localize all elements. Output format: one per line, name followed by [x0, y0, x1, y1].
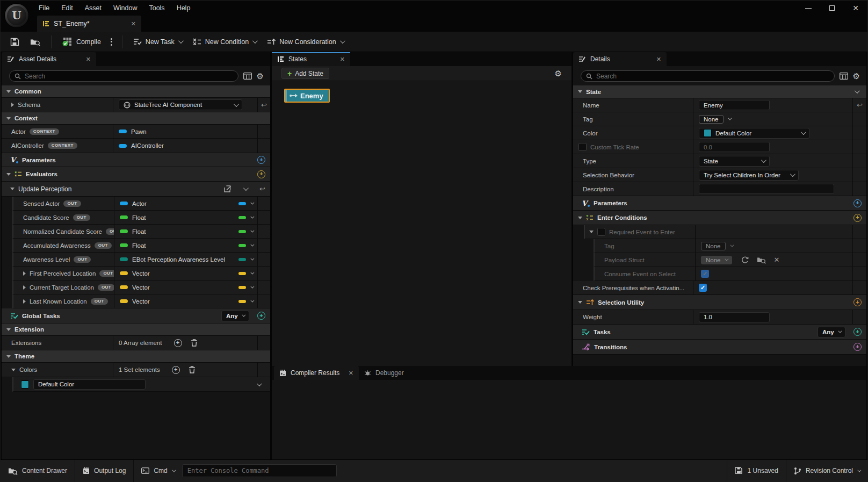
reset-to-default-icon[interactable]: ↩ — [857, 102, 863, 109]
chevron-down-icon[interactable] — [243, 185, 249, 191]
tab-states[interactable]: States ✕ — [272, 52, 350, 66]
compiler-results-tab-close-icon[interactable]: ✕ — [349, 370, 353, 376]
asset-details-tab-close-icon[interactable]: ✕ — [86, 56, 91, 62]
collapse-triangle-icon[interactable] — [6, 117, 11, 120]
asset-tab-close-icon[interactable]: ✕ — [131, 21, 136, 27]
console-command-input[interactable] — [182, 464, 337, 477]
category-row-parameters[interactable]: V Parameters — [2, 153, 270, 167]
states-tab-close-icon[interactable]: ✕ — [340, 56, 345, 62]
category-row-enter-conditions[interactable]: Enter Conditions — [573, 211, 866, 225]
collapse-triangle-icon[interactable] — [6, 90, 11, 93]
menu-edit[interactable]: Edit — [55, 1, 79, 16]
collapse-triangle-icon[interactable] — [6, 328, 11, 331]
expand-triangle-icon[interactable] — [23, 271, 26, 276]
state-node-enemy[interactable]: Enemy — [284, 89, 330, 103]
category-row-parameters[interactable]: V Parameters — [573, 196, 866, 211]
global-tasks-mode-dropdown[interactable]: Any — [221, 311, 249, 321]
tab-compiler-results[interactable]: Compiler Results ✕ — [274, 366, 359, 380]
trash-icon[interactable] — [189, 366, 196, 373]
weight-field[interactable]: 1.0 — [699, 312, 770, 322]
category-row-transitions[interactable]: Transitions — [573, 340, 866, 355]
column-settings-icon[interactable] — [243, 73, 252, 80]
payload-none-dropdown[interactable]: None — [701, 256, 732, 264]
goto-source-icon[interactable] — [224, 185, 232, 192]
states-settings-gear-icon[interactable]: ⚙ — [555, 69, 562, 77]
section-header-context[interactable]: Context — [2, 112, 270, 125]
tasks-mode-dropdown[interactable]: Any — [818, 327, 845, 337]
add-task-icon[interactable] — [853, 328, 862, 336]
chevron-down-icon[interactable] — [250, 257, 254, 261]
custom-tick-checkbox[interactable] — [578, 143, 587, 151]
section-header-extension[interactable]: Extension — [2, 323, 270, 336]
tab-details[interactable]: Details ✕ — [573, 52, 667, 66]
save-button[interactable] — [5, 32, 25, 52]
tab-asset-details[interactable]: Asset Details ✕ — [2, 52, 96, 66]
settings-gear-icon[interactable]: ⚙ — [853, 72, 860, 80]
menu-file[interactable]: File — [33, 1, 55, 16]
chevron-down-icon[interactable] — [730, 243, 734, 247]
content-drawer-button[interactable]: Content Drawer — [1, 460, 75, 482]
chevron-down-icon[interactable] — [250, 271, 254, 275]
chevron-down-icon[interactable] — [250, 215, 254, 219]
asset-tab-st-enemy[interactable]: ST_Enemy* ✕ — [37, 16, 141, 32]
column-settings-icon[interactable] — [840, 73, 848, 80]
details-search[interactable] — [581, 70, 835, 82]
use-selected-asset-icon[interactable] — [741, 256, 749, 264]
expand-triangle-icon[interactable] — [23, 285, 26, 290]
collapse-triangle-icon[interactable] — [10, 188, 15, 190]
trash-icon[interactable] — [191, 339, 198, 347]
required-tag-none-button[interactable]: None — [701, 242, 726, 250]
expand-triangle-icon[interactable] — [23, 299, 26, 304]
collapse-triangle-icon[interactable] — [578, 301, 582, 304]
menu-help[interactable]: Help — [171, 1, 197, 16]
reset-to-default-icon[interactable]: ↩ — [259, 185, 265, 192]
check-prereq-checkbox[interactable]: ✓ — [699, 284, 707, 292]
chevron-down-icon[interactable] — [855, 88, 860, 93]
compile-options-kebab-icon[interactable] — [106, 38, 117, 46]
chevron-down-icon[interactable] — [250, 299, 254, 303]
browse-to-asset-button[interactable] — [25, 32, 46, 52]
add-global-task-icon[interactable] — [257, 312, 265, 320]
collapse-triangle-icon[interactable] — [6, 355, 11, 358]
reset-to-default-icon[interactable]: ↩ — [261, 102, 267, 109]
new-condition-button[interactable]: New Condition — [187, 32, 262, 52]
add-transition-icon[interactable] — [853, 343, 862, 351]
chevron-down-icon[interactable] — [257, 381, 262, 386]
section-header-common[interactable]: Common — [2, 85, 270, 98]
new-task-button[interactable]: New Task — [128, 32, 187, 52]
collapse-triangle-icon[interactable] — [589, 231, 594, 233]
asset-details-search[interactable] — [9, 70, 238, 82]
category-row-selection-utility[interactable]: Selection Utility — [573, 295, 866, 310]
browse-asset-icon[interactable] — [757, 256, 766, 264]
tab-debugger[interactable]: Debugger — [359, 366, 422, 380]
selection-behavior-dropdown[interactable]: Try Select Children In Order — [699, 170, 799, 181]
unsaved-button[interactable]: 1 Unsaved — [727, 460, 786, 482]
default-color-field[interactable]: Default Color — [33, 379, 146, 390]
asset-details-search-input[interactable] — [25, 73, 233, 80]
add-enter-condition-icon[interactable] — [853, 214, 862, 222]
add-parameter-icon[interactable] — [853, 199, 862, 207]
expand-triangle-icon[interactable] — [11, 103, 14, 107]
minimize-button[interactable] — [797, 1, 820, 16]
tag-none-button[interactable]: None — [699, 115, 724, 124]
menu-tools[interactable]: Tools — [143, 1, 170, 16]
type-dropdown[interactable]: State — [699, 156, 770, 167]
required-event-checkbox[interactable] — [597, 228, 605, 236]
menu-asset[interactable]: Asset — [79, 1, 107, 16]
description-field[interactable] — [699, 184, 834, 194]
menu-window[interactable]: Window — [107, 1, 143, 16]
collapse-triangle-icon[interactable] — [11, 369, 16, 371]
details-tab-close-icon[interactable]: ✕ — [656, 56, 661, 62]
states-canvas[interactable]: Enemy — [272, 81, 572, 366]
schema-dropdown[interactable]: StateTree AI Component — [119, 99, 242, 110]
chevron-down-icon[interactable] — [250, 243, 254, 247]
collapse-triangle-icon[interactable] — [6, 173, 11, 176]
add-state-button[interactable]: + Add State — [281, 68, 329, 79]
compile-button[interactable]: Compile — [57, 32, 106, 52]
category-row-global-tasks[interactable]: Global Tasks Any — [2, 308, 270, 323]
settings-gear-icon[interactable]: ⚙ — [257, 72, 264, 80]
close-button[interactable]: ✕ — [844, 1, 867, 16]
output-log-button[interactable]: Output Log — [75, 460, 134, 482]
section-header-theme[interactable]: Theme — [2, 350, 270, 363]
consume-event-checkbox[interactable]: ✓ — [701, 270, 709, 278]
